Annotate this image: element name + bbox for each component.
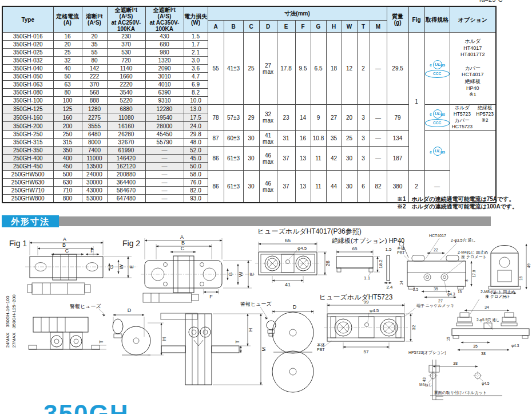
cell-dim: 16 [295, 131, 311, 147]
cell-num: 230 [107, 33, 145, 41]
cell-fig: 1 [408, 33, 424, 171]
ht5723-drawing: ヒューズホルダHT5723 99 φ4.5 57 32 本体 PBT [317, 293, 454, 400]
cell-dim: 30 [243, 131, 259, 147]
cell-type: 350GH-100 [2, 97, 53, 105]
cell-num: 125 [53, 105, 82, 113]
col-header-total-i2t-250v: 全遮断I²t (A²S) at AC250V-100KA [107, 6, 145, 33]
cell-num: 1660 [107, 73, 145, 81]
cell-dim: 3 [357, 147, 370, 171]
cell-certs: cULus [424, 131, 450, 171]
cell-dim: 46 max [259, 147, 277, 171]
col-header-fig: Fig [408, 6, 424, 33]
dim-label: 8 [464, 279, 469, 282]
col-header-type: Type [2, 6, 53, 33]
cell-num: 2275 [82, 113, 107, 122]
cell-dim: 11 [311, 147, 326, 171]
cell-dim: 2 [357, 33, 370, 105]
dim-label: T [235, 340, 240, 344]
dim-label: W [118, 264, 124, 269]
cell-num: 93.0 [184, 195, 208, 203]
cell-num: 370 [107, 41, 145, 49]
cell-num: 400 [53, 155, 82, 163]
dim-letter-e: E [277, 21, 295, 33]
cell-num: 4.7 [184, 73, 208, 81]
cell-num: 45.0 [184, 155, 208, 163]
cell-dim: 27 [326, 105, 342, 131]
cell-num: 162120 [107, 163, 145, 171]
dim-label: M [261, 347, 267, 352]
fig1-max-label: 24MAX [5, 332, 10, 348]
dim-label: 34 [485, 305, 489, 309]
dim-label: 17.8 [472, 270, 476, 277]
cell-type: 350GH-050 [2, 73, 53, 81]
dim-letter-b: B [224, 21, 243, 33]
cell-num: 24000 [82, 171, 107, 179]
cell-num: 32 [53, 57, 82, 65]
cell-dim: 55 [208, 33, 224, 105]
cell-num: 430 [145, 33, 184, 41]
dim-letter-f: F [295, 21, 311, 33]
ht4017-title: ヒューズホルダHT4017(P36参照) [257, 228, 362, 235]
cell-num: 3010 [145, 73, 184, 81]
dim-label: H [161, 337, 167, 341]
cell-dim: 17.8 [277, 33, 295, 105]
cell-dim: 27 max [259, 33, 277, 105]
col-header-options: オプション [450, 6, 496, 33]
footnotes: ※1 ホルダの連続通電可能電流は75Aです。 ※2 ホルダの連続通電可能電流は1… [397, 195, 518, 210]
cell-options [450, 131, 496, 203]
dim-label: 26 [325, 261, 331, 266]
dim-label: E [129, 265, 134, 269]
cell-mass: 79 [387, 105, 408, 131]
dim-letter-a: A [208, 21, 224, 33]
dim-label: 15 [446, 337, 450, 341]
cell-num: 26280 [107, 131, 145, 139]
dim-label: 49 [527, 263, 531, 268]
cell-dim: 57±3 [224, 105, 243, 131]
cell-num: 17.5 [184, 113, 208, 122]
cell-num: 584670 [107, 187, 145, 195]
cell-dim: 29 [243, 105, 259, 131]
cell-num: 500 [53, 171, 82, 179]
cell-num: 6880 [107, 105, 145, 113]
dim-label: 1.1 [364, 275, 371, 281]
panel-cut-note: 裏面の取り付けパネルカット [434, 391, 487, 395]
cell-options: ホルダHT5723カバーHCT5723絶縁板HP5723※2 [450, 105, 496, 131]
cell-type: 350GH-250 [2, 131, 53, 139]
dim-label: 65 [352, 246, 358, 251]
dim-label: E [249, 273, 255, 276]
cell-type: 350GH-080 [2, 89, 53, 97]
cell-type: 350GH-025 [2, 49, 53, 57]
dim-label: φ4.3 [511, 344, 519, 348]
cell-num: 35 [82, 41, 107, 49]
cell-num: 16 [53, 33, 82, 41]
cell-type: 350GH-040 [2, 65, 53, 73]
cell-num: 61990 [107, 147, 145, 155]
cell-num: 680 [145, 41, 184, 49]
cell-num: 6390 [145, 89, 184, 97]
cell-dim: 35 [326, 131, 342, 147]
cell-num: 350 [53, 147, 82, 155]
dim-label: H [248, 328, 253, 332]
cell-num: 315 [53, 139, 82, 147]
cell-type: 250GHW630 [2, 179, 53, 187]
dim-letter-h: H [326, 21, 342, 33]
cell-type: 350GH-063 [2, 81, 53, 89]
cell-num: — [145, 163, 184, 171]
cell-dim: 9 [311, 105, 326, 131]
cell-num: 63 [53, 81, 82, 89]
dim-label: D [128, 307, 132, 313]
dim-letter-m: M [370, 21, 387, 33]
spec-table-wrap: Type 定格電流 (A) 溶断I²t (A²S) 全遮断I²t (A²S) a… [2, 6, 497, 203]
outline-drawings: Fig 1 A B C F E W G 警報ヒュー [0, 228, 532, 414]
dim-label: D [293, 304, 297, 310]
cell-dim: 44 [326, 171, 342, 203]
cell-num: 710 [53, 187, 82, 195]
cell-num: 142 [82, 65, 107, 73]
cell-num: 1280 [82, 105, 107, 113]
cell-type: 350GH-315 [2, 139, 53, 147]
section-rule [2, 216, 491, 226]
dim-letter-t: T [357, 21, 370, 33]
cell-type: 250GHW710 [2, 187, 53, 195]
cell-dim: 31 [277, 131, 295, 147]
dim-label: F [209, 294, 213, 299]
